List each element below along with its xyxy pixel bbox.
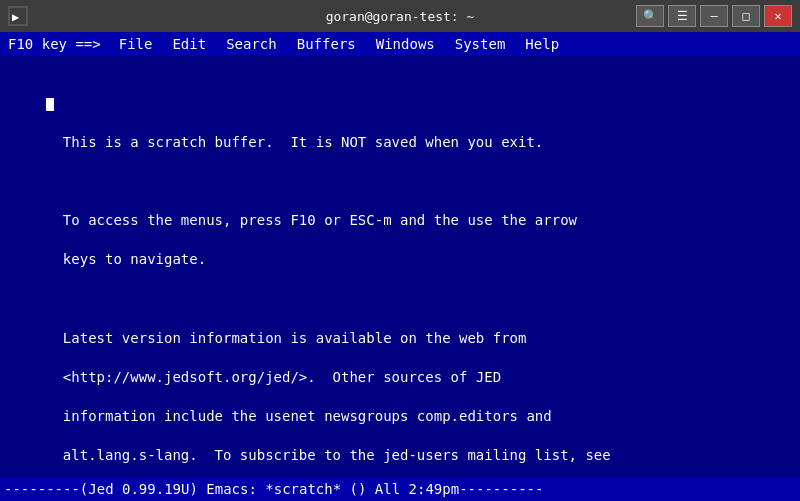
close-button[interactable]: ✕ xyxy=(764,5,792,27)
status-bar: ---------(Jed 0.99.19U) Emacs: *scratch*… xyxy=(0,477,800,501)
menu-search[interactable]: Search xyxy=(216,34,287,54)
menu-bar: F10 key ==> File Edit Search Buffers Win… xyxy=(0,32,800,56)
menu-buffers[interactable]: Buffers xyxy=(287,34,366,54)
svg-text:▶: ▶ xyxy=(12,10,20,24)
menu-help[interactable]: Help xyxy=(515,34,569,54)
search-button[interactable]: 🔍 xyxy=(636,5,664,27)
maximize-button[interactable]: □ xyxy=(732,5,760,27)
editor-line: <http://www.jedsoft.org/jed/>. Other sou… xyxy=(46,369,501,385)
editor-area[interactable]: This is a scratch buffer. It is NOT save… xyxy=(0,56,800,477)
terminal-icon: ▶ xyxy=(8,6,28,26)
title-bar-left: ▶ xyxy=(8,6,36,26)
menu-system[interactable]: System xyxy=(445,34,516,54)
status-text: ---------(Jed 0.99.19U) Emacs: *scratch*… xyxy=(0,481,547,497)
menu-button[interactable]: ☰ xyxy=(668,5,696,27)
editor-line: information include the usenet newsgroup… xyxy=(46,408,552,424)
title-bar: ▶ goran@goran-test: ~ 🔍 ☰ — □ ✕ xyxy=(0,0,800,32)
editor-line: To access the menus, press F10 or ESC-m … xyxy=(46,212,577,228)
window-controls: 🔍 ☰ — □ ✕ xyxy=(636,5,792,27)
editor-line: This is a scratch buffer. It is NOT save… xyxy=(46,134,543,150)
editor-line: alt.lang.s-lang. To subscribe to the jed… xyxy=(46,447,611,463)
editor-content: This is a scratch buffer. It is NOT save… xyxy=(0,64,800,477)
menu-edit[interactable]: Edit xyxy=(162,34,216,54)
menu-file[interactable]: File xyxy=(109,34,163,54)
cursor-line xyxy=(46,95,54,111)
f10-label: F10 key ==> xyxy=(0,36,109,52)
window-title: goran@goran-test: ~ xyxy=(326,9,475,24)
minimize-button[interactable]: — xyxy=(700,5,728,27)
editor-line: Latest version information is available … xyxy=(46,330,526,346)
editor-line: keys to navigate. xyxy=(46,251,206,267)
menu-windows[interactable]: Windows xyxy=(366,34,445,54)
